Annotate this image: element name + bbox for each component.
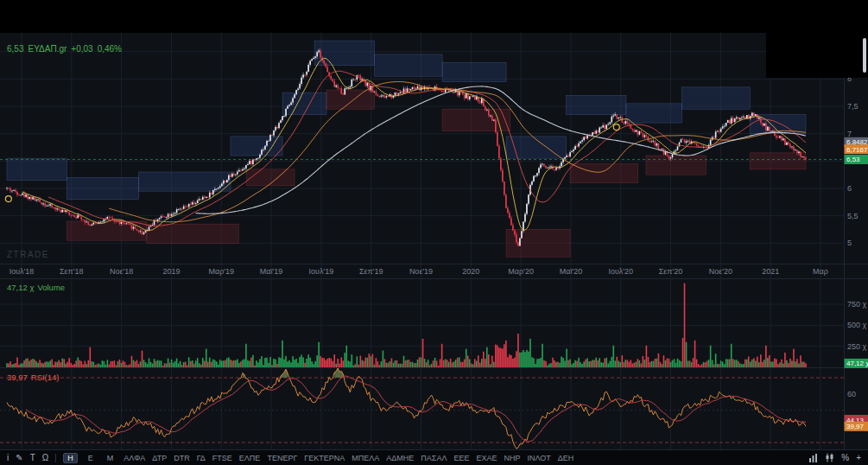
resistance-zone	[231, 137, 282, 156]
ticker-FTSE[interactable]: FTSE	[212, 454, 232, 462]
moving-averages-layer	[22, 58, 806, 230]
candles-layer	[6, 48, 807, 246]
bottom-toolbar: i✎TΩHEMΑΛΦΑΔΤΡDTRΓΔFTSEΕΛΠΕΤΕΝΕΡΓΓΕΚΤΕΡΝ…	[0, 449, 868, 465]
ticker-ΕΕΕ[interactable]: ΕΕΕ	[453, 454, 469, 462]
chart-style-icon[interactable]	[825, 453, 834, 462]
ticker-ΔΕΗ[interactable]: ΔΕΗ	[558, 454, 574, 462]
ticker-ΜΠΕΛΑ[interactable]: ΜΠΕΛΑ	[352, 454, 379, 462]
top-black-bar	[0, 0, 868, 33]
price-tag: 6,53	[845, 155, 868, 164]
price-axis-label: 5,5	[847, 212, 858, 220]
support-zone	[326, 90, 375, 109]
resistance-zone	[682, 87, 751, 109]
rsi-axis-label: 60	[847, 390, 856, 398]
time-axis-label: Νοε'18	[110, 267, 133, 276]
ticker-ΠΑΣΑΛ[interactable]: ΠΑΣΑΛ	[421, 454, 447, 462]
resistance-zone	[442, 62, 506, 81]
trading-platform-window: 8,587,576,565,55750 χ500 χ250 χ60Ιουλ'18…	[0, 0, 868, 465]
signal-marker	[613, 124, 619, 131]
ticker-ΕΛΠΕ[interactable]: ΕΛΠΕ	[239, 454, 261, 462]
time-axis-label: Νοε'19	[409, 267, 433, 276]
time-axis-label: Ιουλ'19	[309, 267, 334, 276]
rsi-signal-line	[26, 376, 806, 442]
resistance-zone	[7, 158, 67, 180]
overlay-panel	[766, 0, 868, 78]
price-axis-label: 5	[847, 239, 852, 247]
timeframe-M[interactable]: M	[104, 454, 117, 462]
time-axis-label: Μαρ'19	[208, 267, 234, 276]
time-axis-label: Μαϊ'19	[260, 267, 282, 276]
time-axis-label: Ιουλ'20	[608, 267, 633, 276]
volume-tag: 47,12 χ	[845, 359, 868, 368]
price-tag: 6,7167	[845, 144, 868, 154]
percent-scale-icon[interactable]: %	[841, 453, 849, 462]
signal-marker	[5, 196, 11, 202]
price-axis-label: 7	[847, 130, 852, 138]
svg-text:6,53: 6,53	[846, 156, 860, 163]
ticker-DTR[interactable]: DTR	[174, 454, 190, 462]
ticker-ΓΕΚΤΕΡΝΑ[interactable]: ΓΕΚΤΕΡΝΑ	[304, 454, 345, 462]
support-zone	[147, 224, 238, 243]
price-axis[interactable]: 8,587,576,565,55750 χ500 χ250 χ60	[847, 48, 867, 398]
add-indicator-icon[interactable]: +	[856, 453, 861, 462]
support-zone	[750, 153, 806, 169]
time-axis-label: Σεπ'18	[60, 267, 84, 276]
support-zone	[506, 229, 570, 257]
volume-axis-label: 250 χ	[847, 342, 867, 351]
info-icon[interactable]: i	[7, 453, 9, 462]
time-axis-label: Ιουλ'18	[10, 267, 35, 276]
time-axis-label: Μαρ	[813, 267, 828, 276]
resistance-zone	[67, 177, 138, 199]
timeframe-H[interactable]: H	[63, 453, 78, 463]
svg-text:47,12 χ: 47,12 χ	[846, 360, 868, 367]
volume-axis-label: 750 χ	[847, 300, 867, 309]
ticker-ΙΝΛΟΤ[interactable]: ΙΝΛΟΤ	[528, 454, 551, 462]
resistance-zone	[282, 92, 326, 114]
ticker-ΑΔΜΗΕ[interactable]: ΑΔΜΗΕ	[386, 454, 414, 462]
rsi-line	[7, 368, 806, 449]
time-axis-label: Μαρ'20	[508, 267, 534, 276]
svg-text:6,7167: 6,7167	[846, 146, 868, 154]
svg-text:39,97: 39,97	[846, 423, 865, 430]
volume-histogram-icon[interactable]	[808, 453, 818, 462]
indicator-omega-icon[interactable]: Ω	[42, 453, 48, 462]
toolbar-separator	[55, 454, 56, 462]
chart-panel[interactable]: 8,587,576,565,55750 χ500 χ250 χ60Ιουλ'18…	[0, 33, 868, 449]
volume-axis-label: 500 χ	[847, 321, 867, 329]
resistance-zone	[375, 54, 443, 76]
text-tool-icon[interactable]: T	[30, 453, 35, 462]
support-zone	[67, 221, 147, 240]
time-axis-label: Μαϊ'20	[560, 267, 582, 276]
price-axis-label: 7,5	[847, 102, 858, 111]
time-axis-label: 2019	[162, 267, 180, 276]
rsi-tag: 39,97	[845, 422, 868, 431]
support-zone	[646, 156, 706, 175]
resistance-zone	[567, 95, 626, 114]
support-zone	[570, 164, 638, 183]
ticker-ΝΗΡ[interactable]: ΝΗΡ	[504, 454, 520, 462]
ticker-ΑΛΦΑ[interactable]: ΑΛΦΑ	[124, 454, 145, 462]
resistance-zone	[139, 172, 231, 191]
time-axis-label: Σεπ'20	[659, 267, 683, 276]
time-axis-label: 2021	[762, 267, 779, 276]
price-axis-label: 6	[847, 184, 852, 193]
rsi-layer	[0, 368, 844, 449]
draw-icon[interactable]: ✎	[16, 453, 22, 462]
timeframe-E[interactable]: E	[85, 454, 97, 462]
resistance-zone	[626, 104, 682, 123]
ticker-ΤΕΝΕΡΓ[interactable]: ΤΕΝΕΡΓ	[267, 454, 297, 462]
ticker-ΔΤΡ[interactable]: ΔΤΡ	[152, 454, 167, 462]
ticker-ΕΧΑΕ[interactable]: ΕΧΑΕ	[476, 454, 497, 462]
scrollbar-thumb[interactable]	[863, 38, 866, 73]
time-axis[interactable]: Ιουλ'18Σεπ'18Νοε'182019Μαρ'19Μαϊ'19Ιουλ'…	[10, 267, 828, 276]
time-axis-label: 2020	[462, 267, 479, 276]
time-axis-label: Νοε'20	[709, 267, 732, 276]
time-axis-label: Σεπ'19	[359, 267, 383, 276]
ticker-ΓΔ[interactable]: ΓΔ	[197, 454, 206, 462]
price-volume-rsi-chart[interactable]: 8,587,576,565,55750 χ500 χ250 χ60Ιουλ'18…	[0, 33, 868, 449]
